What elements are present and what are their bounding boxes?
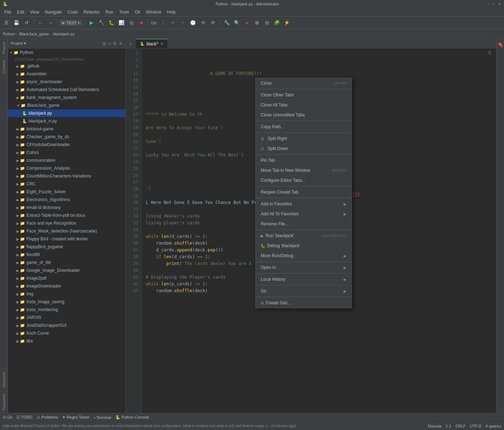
maximize-btn[interactable]: □ <box>493 2 495 6</box>
status-theme[interactable]: Darcula <box>428 424 441 428</box>
toolbar-menu-btn[interactable]: ☰ <box>2 19 11 27</box>
toolbar-stop-btn[interactable]: ■ <box>137 19 146 27</box>
tree-item-flappy[interactable]: ▶ 📁 Flappy Bird - created with tkinter <box>8 235 125 243</box>
tree-item-koch[interactable]: ▶ 📁 Koch Curve <box>8 329 125 337</box>
toolbar-git-push-btn[interactable]: ↑ <box>179 19 187 27</box>
tree-item-email[interactable]: ▶ 📁 email id dictionary <box>8 204 125 211</box>
tree-item-face[interactable]: ▶ 📁 Face and eye Recognition <box>8 219 125 227</box>
ctx-git[interactable]: Git ▶ <box>256 286 351 296</box>
toolbar-coverage-btn[interactable]: ◎ <box>127 19 136 27</box>
sidebar-close-icon[interactable]: ✕ <box>119 41 123 46</box>
toolbar-debug-btn[interactable]: 🐛 <box>107 19 116 27</box>
tree-item-brickout[interactable]: ▶ 📁 brickout-game <box>8 125 125 133</box>
ctx-open-in[interactable]: Open In ▶ <box>256 262 351 272</box>
tree-item-jarvis[interactable]: ▶ 📁 JARVIS <box>8 314 125 321</box>
tree-item-async[interactable]: ▶ 📁 async_downloader <box>8 78 125 86</box>
ctx-split-down[interactable]: ⊟ Split Down <box>256 144 351 154</box>
ctx-rename-file[interactable]: Rename File... <box>256 219 351 229</box>
minimize-btn[interactable]: ─ <box>487 2 490 6</box>
bottom-tab-git[interactable]: ⊙ Git <box>3 415 12 420</box>
favorites-tab[interactable]: Favorites <box>0 391 8 413</box>
project-tab[interactable]: Project <box>0 39 8 57</box>
tree-item-checker[interactable]: ▶ 📁 Checker_game_by_dz <box>8 133 125 141</box>
toolbar-refresh-btn[interactable]: ↺ <box>22 19 31 27</box>
menu-run[interactable]: Run <box>103 9 116 15</box>
toolbar-undo-btn[interactable]: ⟲ <box>199 19 207 27</box>
menu-window[interactable]: Window <box>143 9 164 15</box>
toolbar-layout-btn[interactable]: ⊟ <box>263 19 271 27</box>
ctx-close-all-tabs[interactable]: Close All Tabs <box>256 100 351 110</box>
toolbar-save-btn[interactable]: 💾 <box>12 19 21 27</box>
menu-navigate[interactable]: Navigate <box>42 9 65 15</box>
menu-view[interactable]: View <box>27 9 42 15</box>
sidebar-collapse-icon[interactable]: ⊞ <box>103 41 106 46</box>
toolbar-git-update-btn[interactable]: ↓ <box>159 19 167 27</box>
ctx-configure-tabs[interactable]: Configure Editor Tabs... <box>256 175 351 185</box>
tree-item-img[interactable]: ▶ 📁 img <box>8 290 125 298</box>
toolbar-profile-btn[interactable]: 📊 <box>117 19 126 27</box>
tree-item-colors[interactable]: ▶ 📁 Colors <box>8 149 125 156</box>
run-config-dropdown[interactable]: ▾ <box>78 21 80 25</box>
tree-item-countmillion[interactable]: ▶ 📁 CountMillionCharacters-Variations <box>8 172 125 180</box>
ctx-local-history[interactable]: Local History ▶ <box>256 274 351 284</box>
ctx-add-all-favorites[interactable]: Add All To Favorites ▶ <box>256 209 351 219</box>
ctx-create-gist[interactable]: ⊙ Create Gist... <box>256 298 351 308</box>
breadcrumb-blackjack-game[interactable]: BlackJack_game <box>19 32 49 36</box>
ctx-move-tab[interactable]: Move Tab to New Window Shift+F4 <box>256 165 351 175</box>
close-btn[interactable]: ✕ <box>498 2 501 6</box>
tree-root-python[interactable]: ▼ 📁 Python <box>8 49 125 56</box>
tree-item-floodfill[interactable]: ▶ 📁 floodfill <box>8 251 125 259</box>
tree-item-eight[interactable]: ▶ 📁 Eight_Puzzle_Solver <box>8 188 125 196</box>
ctx-close[interactable]: Close Ctrl+F4 <box>256 78 351 88</box>
tree-item-face-mask[interactable]: ▶ 📁 Face_Mask_detection (haarcascade) <box>8 227 125 235</box>
toolbar-run-btn[interactable]: ▶ <box>87 19 96 27</box>
tree-item-google[interactable]: ▶ 📁 Google_Image_Downloader <box>8 266 125 274</box>
toolbar-redo-btn[interactable]: ⟳ <box>209 19 217 27</box>
right-tab-bookmarks[interactable]: 🔖 <box>496 39 504 51</box>
toolbar-build-btn[interactable]: 🔨 <box>97 19 106 27</box>
tree-item-blackjack-rr[interactable]: 🐍 blackjack_rr.py <box>8 117 125 125</box>
bottom-tab-python-console[interactable]: 🐍 Python Console <box>115 415 149 420</box>
tree-item-blackjack-game[interactable]: ▼ 📁 BlackJack_game <box>8 101 125 109</box>
ctx-copy-path[interactable]: Copy Path... <box>256 122 351 132</box>
menu-code[interactable]: Code <box>65 9 81 15</box>
ctx-split-right[interactable]: ⊞ Split Right <box>256 134 351 144</box>
toolbar-grid-btn[interactable]: ⊞ <box>253 19 261 27</box>
run-config[interactable]: ▶ TEST ▾ <box>60 20 82 26</box>
toolbar-back-btn[interactable]: ← <box>36 19 45 27</box>
bottom-tab-regex[interactable]: ✦ Regex Tester <box>62 415 90 420</box>
ctx-reopen-tab[interactable]: Reopen Closed Tab <box>256 187 351 197</box>
ctx-add-favorites[interactable]: Add to Favorites ▶ <box>256 199 351 209</box>
tree-item-crc[interactable]: ▶ 📁 CRC <box>8 180 125 188</box>
bottom-tab-todo[interactable]: ☑ TODO <box>16 415 32 420</box>
breadcrumb-blackjack-py[interactable]: blackjack.py <box>53 32 75 36</box>
editor-tab-blackjack[interactable]: 🐍 black* ✕ <box>136 39 168 48</box>
menu-help[interactable]: Help <box>164 9 179 15</box>
sidebar-sort-icon[interactable]: ≡ <box>108 41 111 46</box>
tree-item-image2pdf[interactable]: ▶ 📁 image2pdf <box>8 274 125 282</box>
tree-item-communication[interactable]: ▶ 📁 communication <box>8 156 125 164</box>
toolbar-forward-btn[interactable]: → <box>46 19 55 27</box>
tree-item-compression[interactable]: ▶ 📁 Compression_Analysis <box>8 164 125 172</box>
status-crlf[interactable]: CRLF <box>455 424 466 428</box>
tree-item-cli[interactable]: ▶ 📁 CliYoutubeDownloader <box>8 141 125 149</box>
tree-item-justdial[interactable]: ▶ 📁 JustDialScrapperGUI <box>8 321 125 329</box>
tab-bar-menu[interactable]: ≡ <box>126 39 136 49</box>
menu-refactor[interactable]: Refactor <box>81 9 103 15</box>
tree-item-insta-image[interactable]: ▶ 📁 insta_image_saving <box>8 298 125 306</box>
toolbar-search-btn[interactable]: 🔍 <box>233 19 241 27</box>
status-indent[interactable]: 4 spaces <box>485 424 501 428</box>
tree-item-extract[interactable]: ▶ 📁 Extract-Table-from-pdf-txt-docx <box>8 211 125 219</box>
structure-tab[interactable]: Structure <box>0 369 8 391</box>
toolbar-extra-btn[interactable]: ⚡ <box>283 19 291 27</box>
bottom-tab-problems[interactable]: ⚠ Problems <box>37 415 58 420</box>
bottom-tab-terminal[interactable]: ▪ Terminal <box>94 415 111 420</box>
tab-close-btn[interactable]: ✕ <box>160 42 163 46</box>
breadcrumb-python[interactable]: Python <box>3 32 15 36</box>
ctx-run[interactable]: ▶ Run 'blackjack' Ctrl+Shift+F10 <box>256 231 351 241</box>
tree-item-flappybird[interactable]: ▶ 📁 flappyBird_pygame <box>8 243 125 251</box>
commit-tab[interactable]: Commit <box>0 57 8 76</box>
toolbar-git-check-btn[interactable]: ✓ <box>169 19 177 27</box>
ctx-more-run-debug[interactable]: More Run/Debug ▶ <box>256 251 351 261</box>
tree-item-assembler[interactable]: ▶ 📁 Assembler <box>8 70 125 78</box>
